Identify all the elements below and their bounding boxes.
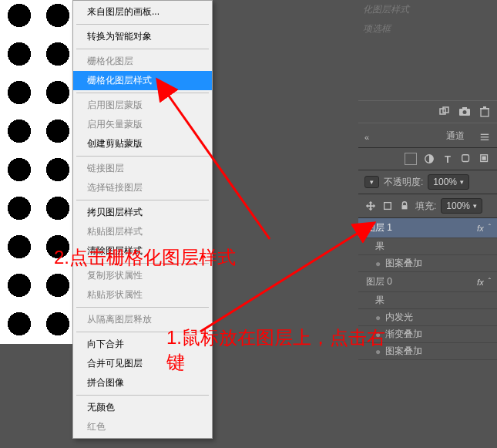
layer-row-layer1[interactable]: 图层 1 fx ˆ [358,218,497,238]
lock-all-icon[interactable] [398,200,411,212]
opacity-input[interactable]: 100%▾ [428,174,469,190]
layer-name: 图层 1 [366,221,472,234]
expand-effects-icon[interactable]: ˆ [489,224,491,232]
effects-row[interactable]: 果 [358,238,497,255]
svg-rect-16 [402,205,408,209]
menu-rasterize-layer: 栅格化图层 [73,52,212,71]
menu-no-color[interactable]: 无颜色 [73,398,212,417]
fill-label: 填充: [415,200,436,213]
effect-pattern-overlay[interactable]: ●图案叠加 [358,255,497,272]
blend-opacity-row: ▾ 不透明度: 100%▾ [358,170,497,194]
effect-inner-glow[interactable]: ●内发光 [358,309,497,326]
menu-merge-visible[interactable]: 合并可见图层 [73,354,212,373]
menu-separator [76,156,209,157]
panel-tabs: « 通道 [358,123,497,148]
lock-fill-row: 填充: 100%▾ [358,194,497,218]
filter-type-icon[interactable]: T [442,153,454,165]
camera-icon[interactable] [458,106,471,118]
menu-separator [76,332,209,332]
menu-copy-shape-attrs: 复制形状属性 [73,266,212,285]
document-canvas[interactable] [0,0,80,344]
svg-rect-9 [481,136,489,137]
menu-artboard-from-layers[interactable]: 来自图层的画板... [73,2,212,22]
filter-shape-icon[interactable] [460,153,472,165]
menu-flatten[interactable]: 拼合图像 [73,373,212,392]
effect-pattern-overlay[interactable]: ●图案叠加 [358,343,497,360]
fx-badge[interactable]: fx [477,224,484,233]
filter-adjust-icon[interactable] [423,153,435,165]
menu-rasterize-layer-style[interactable]: 栅格化图层样式 [73,71,212,90]
layer-name: 图层 0 [366,275,472,288]
menu-separator [76,49,209,49]
menu-create-clipping-mask[interactable]: 创建剪贴蒙版 [73,134,212,153]
blend-mode-dropdown[interactable]: ▾ [364,176,379,188]
svg-rect-10 [481,139,489,140]
fx-badge[interactable]: fx [477,278,484,287]
menu-separator [76,24,209,25]
menu-separator [76,307,209,308]
layer-context-menu: 来自图层的画板... 转换为智能对象 栅格化图层 栅格化图层样式 启用图层蒙版 … [72,0,213,439]
svg-point-3 [463,110,467,114]
menu-link-layers: 链接图层 [73,159,212,178]
expand-effects-icon[interactable]: ˆ [489,278,491,286]
svg-rect-5 [481,109,489,116]
menu-select-linked-layers: 选择链接图层 [73,178,212,197]
truncated-text-2: 项选框 [358,19,497,39]
tab-channels[interactable]: 通道 [442,126,469,147]
opacity-label: 不透明度: [384,176,423,189]
fill-input[interactable]: 100%▾ [441,198,482,214]
menu-separator [76,263,209,264]
svg-line-17 [200,231,361,332]
menu-enable-vector-mask: 启用矢量蒙版 [73,115,212,134]
lock-move-icon[interactable] [364,200,377,212]
menu-clear-layer-style[interactable]: 清除图层样式 [73,241,212,261]
layer-row-layer0[interactable]: 图层 0 fx ˆ [358,272,497,292]
svg-rect-4 [462,107,467,109]
menu-copy-layer-style[interactable]: 拷贝图层样式 [73,203,212,222]
menu-enable-layer-mask: 启用图层蒙版 [73,96,212,115]
menu-convert-smart-object[interactable]: 转换为智能对象 [73,27,212,46]
filter-pixel-icon[interactable] [405,153,417,165]
panel-menu-icon[interactable] [479,131,491,143]
svg-rect-6 [480,108,489,109]
lock-artboard-icon[interactable] [381,200,394,212]
menu-separator [76,395,209,396]
menu-red: 红色 [73,417,212,436]
right-panels: 化图层样式 项选框 « 通道 T ▾ 不透明度: 100%▾ [358,0,497,448]
menu-paste-shape-attrs: 粘贴形状属性 [73,285,212,305]
menu-merge-down[interactable]: 向下合并 [73,335,212,354]
svg-rect-12 [462,155,469,162]
svg-rect-8 [481,133,489,134]
svg-rect-14 [482,157,486,160]
layer-filter-row: T [358,148,497,170]
trash-icon[interactable] [479,106,491,118]
effects-row[interactable]: 果 [358,292,497,309]
menu-separator [76,93,209,93]
menu-separator [76,200,209,200]
effect-gradient-overlay[interactable]: ●渐变叠加 [358,326,497,343]
arrange-icon[interactable] [438,106,451,118]
filter-smart-icon[interactable] [479,153,491,165]
panel-toolbar [358,101,497,123]
collapse-button[interactable]: « [364,133,369,142]
menu-paste-layer-style: 粘贴图层样式 [73,222,212,241]
svg-rect-7 [483,106,486,108]
svg-rect-15 [385,203,391,210]
menu-release-from-isolation: 从隔离图层释放 [73,310,212,329]
truncated-text-1: 化图层样式 [358,0,497,19]
